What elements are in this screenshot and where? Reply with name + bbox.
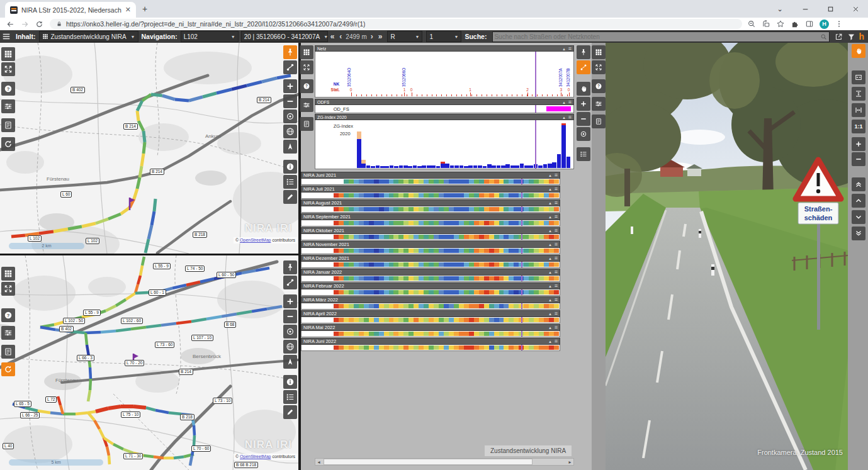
strip-menu-icon[interactable]: ≡ (555, 297, 558, 303)
collapse-icon[interactable]: ▴ (549, 187, 551, 191)
strip-menu-icon[interactable]: ≡ (555, 325, 558, 330)
new-tab-button[interactable]: + (142, 4, 147, 14)
draw-pencil-button[interactable] (283, 190, 297, 204)
route-button[interactable] (283, 276, 297, 289)
center-target-button[interactable] (283, 325, 297, 339)
strip-header[interactable]: NIRA November 2021▴≡ (301, 241, 560, 248)
strip-header[interactable]: NIRA April 2022▴≡ (301, 310, 560, 317)
settings-sliders-button[interactable] (592, 97, 606, 111)
table-view-button[interactable] (1, 47, 15, 61)
basemap-globe-button[interactable] (283, 125, 297, 138)
strip-header[interactable]: NIRA Februar 2022▴≡ (301, 283, 560, 289)
condition-heatstrip[interactable] (334, 179, 559, 184)
actual-size-button[interactable]: 1:1 (852, 120, 865, 133)
collapse-icon[interactable]: ▴ (549, 325, 551, 330)
zoom-icon[interactable] (747, 20, 756, 28)
collapse-icon[interactable]: ▴ (549, 228, 551, 233)
strip-header[interactable]: NIRA August 2021▴≡ (301, 199, 560, 206)
center-target-button[interactable] (283, 109, 297, 123)
next-station-button[interactable]: › (368, 32, 376, 41)
condition-heatstrip[interactable] (334, 290, 559, 294)
forward-icon[interactable] (21, 20, 29, 28)
pin-button[interactable] (577, 45, 590, 59)
lane-dropdown[interactable]: 1 ▼ (426, 31, 461, 42)
expand-button[interactable] (1, 62, 15, 76)
collapse-icon[interactable]: ▴ (549, 284, 551, 288)
expand-button[interactable] (300, 60, 313, 74)
condition-heatstrip[interactable] (334, 221, 559, 225)
collapse-icon[interactable]: ▴ (549, 215, 551, 219)
pan-hand-button[interactable] (577, 82, 590, 96)
search-box[interactable] (492, 31, 830, 42)
fit-width-button[interactable] (852, 103, 865, 117)
condition-heatstrip[interactable] (334, 249, 559, 253)
direction-dropdown[interactable]: R ▼ (387, 31, 422, 42)
export-icon[interactable] (832, 31, 845, 42)
strip-header[interactable]: NIRA Oktober 2021▴≡ (301, 227, 560, 234)
condition-heatstrip[interactable] (334, 193, 559, 198)
browser-tab[interactable]: NIRA LStr 2015-2022, Niedersach ✕ (5, 2, 136, 18)
osm-link[interactable]: OpenStreetMap (240, 454, 271, 459)
section-menu-icon[interactable]: ≡ (568, 115, 572, 120)
reload-icon[interactable] (35, 20, 43, 28)
section-menu-icon[interactable]: ≡ (568, 46, 572, 52)
url-field[interactable]: https://onko3.heller-ig.de/?project=de_n… (50, 19, 742, 29)
browser-menu-icon[interactable] (835, 20, 843, 28)
osm-link[interactable]: OpenStreetMap (240, 238, 271, 242)
last-station-button[interactable]: » (376, 32, 385, 41)
legend-button[interactable] (283, 390, 297, 404)
next-image-button[interactable] (852, 210, 865, 224)
route-button[interactable] (577, 60, 590, 74)
search-input[interactable] (493, 33, 820, 41)
map-panel-bottom[interactable]: L 55 - 9L 74 - 50L 60 - 50L 55 - 9L 60 -… (0, 255, 298, 470)
strip-menu-icon[interactable]: ≡ (555, 269, 558, 275)
window-minimize-button[interactable] (792, 0, 818, 18)
expand-button[interactable] (592, 60, 606, 74)
app-menu-icon[interactable] (0, 31, 13, 42)
collapse-icon[interactable]: ▴ (549, 242, 551, 247)
help-button[interactable] (1, 308, 15, 322)
strip-menu-icon[interactable]: ≡ (555, 339, 558, 344)
strip-header[interactable]: NIRA Januar 2022▴≡ (301, 269, 560, 276)
zoom-in-button[interactable] (283, 294, 297, 308)
table-view-button[interactable] (1, 267, 15, 281)
report-button[interactable] (1, 118, 15, 132)
settings-sliders-button[interactable] (300, 98, 313, 112)
search-icon[interactable] (820, 33, 827, 40)
strip-header[interactable]: NIRA Juni 2022▴≡ (301, 338, 560, 345)
map-panel-top[interactable]: B 402B 214B 214B 218B 214L 102L 102L 60F… (0, 43, 298, 255)
strip-menu-icon[interactable]: ≡ (555, 228, 558, 233)
refresh-button[interactable] (1, 362, 15, 376)
strip-menu-icon[interactable]: ≡ (555, 242, 558, 247)
condition-heatstrip[interactable] (334, 235, 559, 239)
first-image-button[interactable] (852, 177, 865, 191)
zoom-in-button[interactable] (283, 79, 297, 93)
report-button[interactable] (300, 117, 313, 131)
condition-heatstrip[interactable] (334, 345, 559, 350)
strip-menu-icon[interactable]: ≡ (555, 214, 558, 220)
tab-close-icon[interactable]: ✕ (125, 6, 131, 14)
strip-header[interactable]: NIRA Mai 2022▴≡ (301, 324, 560, 331)
fit-both-button[interactable] (852, 70, 865, 84)
table-view-button[interactable] (592, 45, 606, 59)
condition-heatstrip[interactable] (334, 332, 559, 336)
zoom-out-button[interactable] (283, 94, 297, 108)
back-icon[interactable] (6, 20, 14, 28)
legend-button[interactable] (283, 175, 297, 189)
window-maximize-button[interactable] (818, 0, 843, 18)
tab-search-icon[interactable]: ⌄ (767, 0, 792, 18)
condition-heatstrip[interactable] (334, 318, 559, 322)
profile-avatar[interactable]: H (820, 20, 829, 29)
legend-button[interactable] (577, 147, 590, 161)
collapse-icon[interactable]: ▴ (549, 256, 551, 260)
north-arrow-button[interactable] (283, 140, 297, 154)
horizontal-scrollbar[interactable]: ◂ ▸ (315, 458, 574, 466)
last-image-button[interactable] (852, 227, 865, 240)
collapse-icon[interactable]: ▴ (563, 100, 565, 104)
window-close-button[interactable] (843, 0, 868, 18)
strip-menu-icon[interactable]: ≡ (555, 172, 558, 178)
help-button[interactable] (592, 79, 606, 93)
basemap-globe-button[interactable] (283, 340, 297, 354)
collapse-icon[interactable]: ▴ (563, 115, 565, 120)
zoom-out-button[interactable] (577, 112, 590, 126)
